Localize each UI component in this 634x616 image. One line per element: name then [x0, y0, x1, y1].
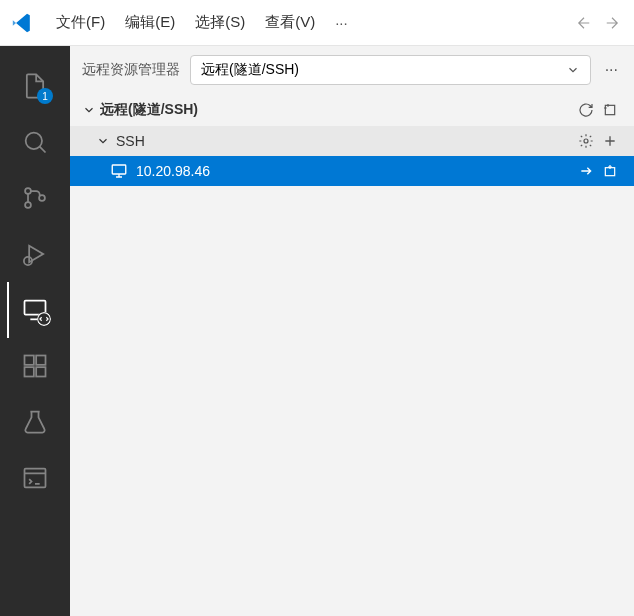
tree-group-label: SSH: [116, 133, 574, 149]
sidebar-title: 远程资源管理器: [82, 61, 180, 79]
nav-back-button[interactable]: [570, 9, 598, 37]
refresh-button[interactable]: [574, 98, 598, 122]
new-window-icon: [602, 163, 618, 179]
svg-rect-10: [36, 356, 45, 365]
activitybar-testing[interactable]: [7, 394, 63, 450]
activitybar-debug[interactable]: [7, 226, 63, 282]
chevron-down-icon: [96, 134, 110, 148]
section-header-remote[interactable]: 远程(隧道/SSH): [70, 94, 634, 126]
remote-type-dropdown[interactable]: 远程(隧道/SSH): [190, 55, 591, 85]
tree-group-ssh[interactable]: SSH: [70, 126, 634, 156]
nav-forward-button[interactable]: [598, 9, 626, 37]
svg-rect-9: [36, 367, 45, 376]
gear-icon: [578, 133, 594, 149]
svg-point-2: [25, 202, 31, 208]
svg-rect-8: [25, 367, 34, 376]
svg-rect-14: [112, 165, 126, 174]
chevron-down-icon: [566, 63, 580, 77]
activitybar-explorer[interactable]: 1: [7, 58, 63, 114]
menu-more[interactable]: ···: [325, 10, 358, 35]
activitybar-terminal[interactable]: [7, 450, 63, 506]
add-ssh-button[interactable]: [598, 129, 622, 153]
section-label: 远程(隧道/SSH): [100, 101, 574, 119]
svg-point-1: [25, 188, 31, 194]
new-window-button[interactable]: [598, 98, 622, 122]
menu-edit[interactable]: 编辑(E): [115, 9, 185, 36]
activitybar-extensions[interactable]: [7, 338, 63, 394]
connect-current-window-button[interactable]: [574, 159, 598, 183]
configure-ssh-button[interactable]: [574, 129, 598, 153]
activitybar-scm[interactable]: [7, 170, 63, 226]
svg-rect-12: [605, 105, 614, 114]
monitor-icon: [110, 162, 128, 180]
svg-point-3: [39, 195, 45, 201]
plus-icon: [602, 133, 618, 149]
svg-rect-7: [25, 356, 34, 365]
activitybar-search[interactable]: [7, 114, 63, 170]
vscode-logo-icon: [8, 9, 36, 37]
tree-host-row[interactable]: 10.20.98.46: [70, 156, 634, 186]
connect-new-window-button[interactable]: [598, 159, 622, 183]
menu-selection[interactable]: 选择(S): [185, 9, 255, 36]
activitybar-remote-explorer[interactable]: [7, 282, 63, 338]
explorer-badge: 1: [37, 88, 53, 104]
menu-file[interactable]: 文件(F): [46, 9, 115, 36]
menu-view[interactable]: 查看(V): [255, 9, 325, 36]
sidebar-more-button[interactable]: ···: [601, 57, 622, 83]
svg-point-13: [584, 139, 588, 143]
tree-host-label: 10.20.98.46: [136, 163, 574, 179]
chevron-down-icon: [82, 103, 96, 117]
dropdown-value: 远程(隧道/SSH): [201, 61, 299, 79]
arrow-right-icon: [578, 163, 594, 179]
svg-point-0: [26, 133, 42, 149]
